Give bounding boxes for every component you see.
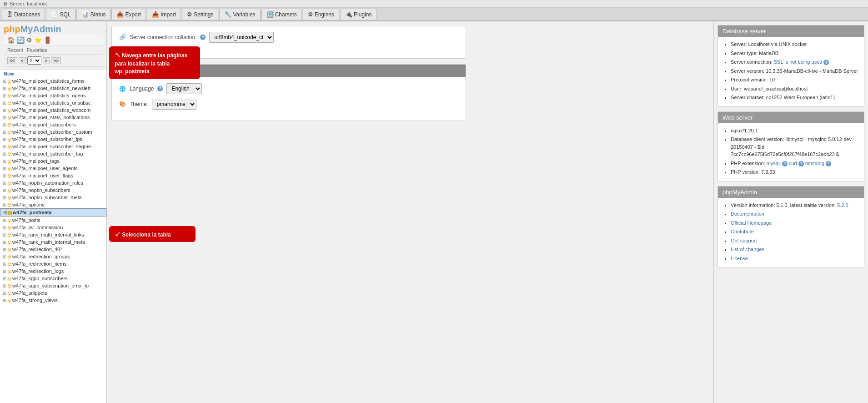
- db-server-item: Server: Localhost via UNIX socket: [731, 40, 859, 48]
- nav-tab-sql[interactable]: 📄SQL: [46, 9, 75, 20]
- table-item[interactable]: ⊞▤w47fa_mailpoet_user_flags: [0, 172, 106, 179]
- table-item[interactable]: ⊞▤w47fa_mailpoet_statistics_forms: [0, 77, 106, 85]
- table-item[interactable]: ⊞▤w47fa_rank_math_internal_links: [0, 231, 106, 238]
- pma-link-item: List of changes: [731, 246, 859, 253]
- settings-icon[interactable]: ⚙: [26, 36, 32, 44]
- mysqli-info-icon[interactable]: ?: [782, 161, 788, 166]
- table-item[interactable]: ⊞▤w47fa_mailpoet_subscriber_ips: [0, 136, 106, 143]
- table-item[interactable]: ⊞▤w47fa_mailpoet_user_agents: [0, 165, 106, 172]
- home-icon[interactable]: 🏠: [7, 36, 15, 44]
- nav-tab-import[interactable]: 📥Import: [147, 9, 181, 20]
- table-item[interactable]: ⊞▤w47fa_redirection_groups: [0, 253, 106, 260]
- tab-icon: ⚙: [187, 11, 192, 18]
- logo: phpMyAdmin: [4, 24, 103, 35]
- pma-link[interactable]: Official Homepage: [731, 220, 772, 226]
- pma-link[interactable]: List of changes: [731, 247, 764, 252]
- database-server-body: Server: Localhost via UNIX socketServer …: [718, 37, 864, 106]
- ssl-info-icon[interactable]: ?: [823, 60, 829, 65]
- web-server-box: Web server nginx/1.20.1Database client v…: [717, 111, 864, 181]
- table-item[interactable]: ⊞▤w47fa_mailpoet_statistics_unsubsc: [0, 99, 106, 106]
- theme-icon: 🎨: [119, 101, 126, 107]
- prev-button[interactable]: <: [19, 57, 26, 64]
- table-item[interactable]: ⊞▤w47fa_mailpoet_statistics_newslett: [0, 85, 106, 92]
- nav-tab-engines[interactable]: ⚙Engines: [303, 9, 339, 20]
- right-panel: Database server Server: Localhost via UN…: [713, 21, 868, 403]
- table-item[interactable]: ⊞▤w47fa_noptin_subscribers: [0, 186, 106, 194]
- pma-link-item: Documentation: [731, 210, 859, 218]
- web-server-item: PHP version: 7.3.33: [731, 168, 859, 176]
- table-item[interactable]: ⊞▤w47fa_mailpoet_statistics_opens: [0, 92, 106, 99]
- web-server-item: nginx/1.20.1: [731, 127, 859, 135]
- table-item[interactable]: ⊞▤w47fa_mailpoet_tags: [0, 157, 106, 165]
- mysqli-link[interactable]: mysqli: [767, 161, 781, 166]
- nav-tab-databases[interactable]: 🗄Databases: [2, 9, 45, 20]
- database-server-header: Database server: [718, 25, 864, 37]
- table-item[interactable]: ⊞▤w47fa_mailpoet_subscriber_tag: [0, 150, 106, 157]
- table-item[interactable]: ⊞▤w47fa_mailpoet_subscriber_custom: [0, 128, 106, 136]
- star-icon[interactable]: ⭐: [34, 36, 42, 44]
- table-item[interactable]: ⊞▤w47fa_mailpoet_stats_notifications: [0, 114, 106, 121]
- table-item[interactable]: ⊞▤w47fa_pv_commission: [0, 224, 106, 231]
- theme-select[interactable]: pmahomme original metro: [152, 99, 196, 110]
- table-item[interactable]: ⊞▤w47fa_options: [0, 201, 106, 208]
- favorites-link[interactable]: Favorites: [27, 47, 47, 53]
- pma-link[interactable]: Contribute: [731, 229, 754, 234]
- sidebar-wrapper: phpMyAdmin 🏠 🔄 ⚙ ⭐ 🚪 Recent Favorites <<…: [0, 21, 107, 403]
- table-item[interactable]: ⊞▤w47fa_postmeta: [0, 208, 106, 217]
- table-item[interactable]: ⊞▤w47fa_redirection_items: [0, 260, 106, 267]
- collation-info-icon[interactable]: ?: [200, 35, 206, 40]
- sidebar-links: Recent Favorites: [4, 46, 103, 55]
- nav-tabs: 🗄Databases📄SQL📊Status📤Export📥Import⚙Sett…: [0, 8, 868, 21]
- language-select[interactable]: English Spanish French: [166, 83, 202, 94]
- next-next-button[interactable]: >>: [51, 57, 61, 64]
- table-item[interactable]: ⊞▤w47fa_redirection_logs: [0, 267, 106, 275]
- table-item[interactable]: ⊞▤w47fa_strong_views: [0, 297, 106, 304]
- table-item[interactable]: ⊞▤w47fa_mailpoet_subscriber_segme: [0, 143, 106, 150]
- next-button[interactable]: >: [43, 57, 50, 64]
- exit-icon[interactable]: 🚪: [44, 36, 51, 44]
- web-server-list: nginx/1.20.1Database client version: lib…: [722, 127, 859, 176]
- top-bar-title: Server: localhost: [10, 1, 47, 6]
- tab-icon: 🔣: [266, 11, 274, 18]
- new-item[interactable]: New: [0, 70, 106, 77]
- curl-link[interactable]: curl: [789, 161, 797, 166]
- nav-tab-settings[interactable]: ⚙Settings: [182, 9, 218, 20]
- pma-link-item: Get support: [731, 237, 859, 245]
- table-item[interactable]: ⊞▤w47fa_sgpb_subscription_error_lo: [0, 282, 106, 289]
- tab-icon: 🗄: [7, 11, 13, 18]
- table-item[interactable]: ⊞▤w47fa_sgpb_subscribers: [0, 275, 106, 282]
- collation-label: 🔗: [119, 34, 126, 40]
- appearance-header: Appearance settings: [112, 65, 466, 77]
- table-item[interactable]: ⊞▤w47fa_noptin_subscriber_meta: [0, 194, 106, 201]
- prev-prev-button[interactable]: <<: [7, 57, 17, 64]
- mbstring-info-icon[interactable]: ?: [826, 161, 831, 166]
- table-item[interactable]: ⊞▤w47fa_mailpoet_subscribers: [0, 121, 106, 128]
- table-item[interactable]: ⊞▤w47fa_noptin_automation_rules: [0, 179, 106, 186]
- page-select[interactable]: 2: [27, 56, 41, 65]
- tab-icon: 🔧: [224, 11, 231, 18]
- table-item[interactable]: ⊞▤w47fa_snippets: [0, 289, 106, 297]
- table-item[interactable]: ⊞▤w47fa_rank_math_internal_meta: [0, 238, 106, 246]
- pma-link[interactable]: Get support: [731, 238, 757, 243]
- table-item[interactable]: ⊞▤w47fa_mailpoet_statistics_woocom: [0, 106, 106, 114]
- nav-tab-charsets[interactable]: 🔣Charsets: [261, 9, 302, 20]
- language-info-icon[interactable]: ?: [157, 86, 163, 91]
- db-server-item: Server version: 10.3.35-MariaDB-cll-lve …: [731, 67, 859, 75]
- language-label: Language: [130, 86, 154, 92]
- table-item[interactable]: ⊞▤w47fa_posts: [0, 217, 106, 224]
- table-item[interactable]: ⊞▤w47fa_redirection_404: [0, 246, 106, 253]
- pma-link[interactable]: License: [731, 256, 748, 261]
- refresh-icon[interactable]: 🔄: [17, 36, 25, 44]
- nav-tab-status[interactable]: 📊Status: [76, 9, 110, 20]
- pma-link[interactable]: Documentation: [731, 211, 764, 217]
- pma-link-item: License: [731, 255, 859, 262]
- more-settings-link[interactable]: 🔧 More settings: [123, 46, 458, 53]
- nav-tab-variables[interactable]: 🔧Variables: [219, 9, 260, 20]
- language-icon: 🌐: [119, 86, 126, 92]
- recent-link[interactable]: Recent: [7, 47, 23, 53]
- collation-select[interactable]: utf8mb4_unicode_ci: [209, 32, 274, 43]
- nav-tab-export[interactable]: 📤Export: [111, 9, 146, 20]
- mbstring-link[interactable]: mbstring: [805, 161, 824, 166]
- nav-tab-plugins[interactable]: 🔌Plugins: [340, 9, 376, 20]
- curl-info-icon[interactable]: ?: [798, 161, 804, 166]
